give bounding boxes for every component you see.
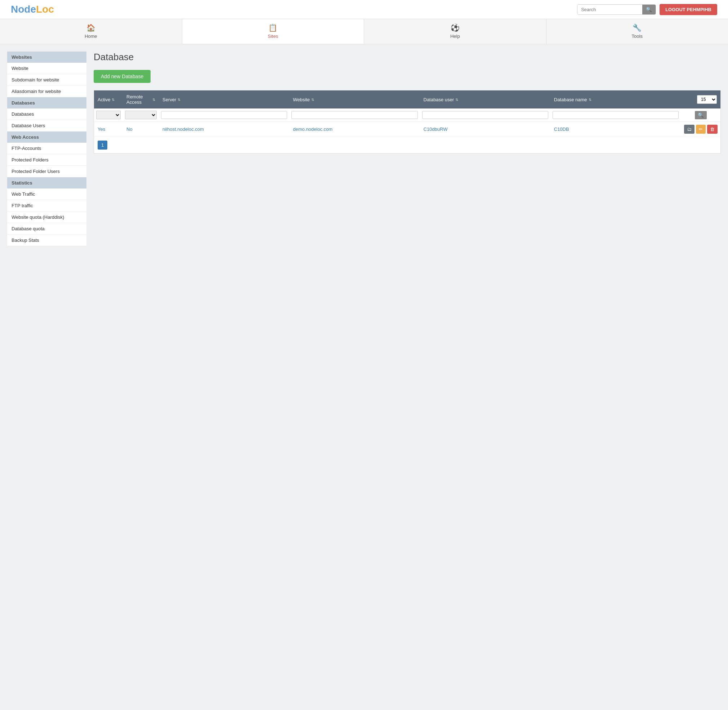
sidebar-section-databases: Databases: [7, 97, 86, 109]
filter-dbname-cell: [551, 111, 681, 119]
sidebar-item-database-quota[interactable]: Database quota: [7, 223, 86, 235]
sidebar-item-website-quota[interactable]: Website quota (Harddisk): [7, 211, 86, 223]
search-box: 🔍: [577, 4, 656, 15]
filter-search-icon: 🔍: [698, 113, 704, 118]
copy-button[interactable]: 🗂: [684, 125, 694, 134]
logout-button[interactable]: LOGOUT РEНМРIHB: [659, 4, 717, 15]
pagination: 1: [94, 137, 721, 153]
filter-row: Yes No Yes No: [94, 109, 721, 122]
cell-actions: 🗂 ✏ 🗑: [681, 125, 721, 134]
delete-button[interactable]: 🗑: [707, 125, 718, 134]
database-table: Active ⇅ Remote Access ⇅ Server ⇅ Websit…: [94, 90, 721, 154]
active-link[interactable]: Yes: [98, 126, 105, 132]
sidebar-item-backup-stats[interactable]: Backup Stats: [7, 235, 86, 246]
website-link[interactable]: demo.nodeloc.com: [293, 126, 333, 132]
th-database-user: Database user ⇅: [420, 93, 551, 106]
logo: NodeLoc: [11, 4, 54, 15]
cell-server: niihost.nodeloc.com: [159, 126, 289, 132]
filter-dbname[interactable]: [552, 111, 679, 119]
dbname-link[interactable]: C10DB: [554, 126, 569, 132]
sidebar-item-website[interactable]: Website: [7, 63, 86, 74]
filter-active-cell: Yes No: [94, 111, 123, 119]
dbuser-link[interactable]: C10dbuRW: [423, 126, 448, 132]
tab-sites-label: Sites: [268, 34, 278, 39]
main-layout: Websites Website Subdomain for website A…: [0, 44, 728, 707]
tab-home[interactable]: 🏠 Home: [0, 19, 182, 44]
tab-tools-label: Tools: [632, 34, 643, 39]
table-header: Active ⇅ Remote Access ⇅ Server ⇅ Websit…: [94, 91, 721, 109]
edit-button[interactable]: ✏: [696, 125, 706, 134]
table-row: Yes No niihost.nodeloc.com demo.nodeloc.…: [94, 122, 721, 137]
sidebar-section-websites: Websites: [7, 51, 86, 63]
cell-active: Yes: [94, 126, 123, 132]
cell-remote: No: [123, 126, 159, 132]
sort-dbname-icon: ⇅: [589, 98, 592, 102]
sites-icon: 📋: [268, 23, 277, 32]
remote-link[interactable]: No: [126, 126, 133, 132]
sidebar-item-web-traffic[interactable]: Web Traffic: [7, 188, 86, 200]
filter-website-cell: [289, 111, 420, 119]
th-website: Website ⇅: [289, 93, 420, 106]
filter-website[interactable]: [291, 111, 417, 119]
sidebar-section-statistics: Statistics: [7, 178, 86, 188]
sidebar-item-ftp-traffic[interactable]: FTP traffic: [7, 200, 86, 211]
sort-server-icon: ⇅: [177, 98, 180, 102]
th-database-name: Database name ⇅: [551, 93, 681, 106]
tab-tools[interactable]: 🔧 Tools: [546, 19, 728, 44]
page-title: Database: [94, 51, 721, 63]
sort-website-icon: ⇅: [311, 98, 314, 102]
header-right: 🔍 LOGOUT РEНМРIHB: [577, 4, 717, 15]
logo-loc: Loc: [36, 4, 54, 15]
sidebar-section-web-access: Web Access: [7, 132, 86, 143]
per-page-select[interactable]: 15 25 50 100: [697, 95, 717, 104]
sidebar: Websites Website Subdomain for website A…: [7, 51, 86, 700]
filter-remote[interactable]: Yes No: [125, 111, 157, 119]
filter-search-button[interactable]: 🔍: [695, 111, 707, 119]
nav-tabs: 🏠 Home 📋 Sites ⚽ Help 🔧 Tools: [0, 19, 728, 44]
sidebar-item-protected-folders[interactable]: Protected Folders: [7, 154, 86, 166]
tab-sites[interactable]: 📋 Sites: [182, 19, 365, 44]
search-icon: 🔍: [646, 7, 652, 12]
header: NodeLoc 🔍 LOGOUT РEНМРIHB: [0, 0, 728, 19]
filter-active[interactable]: Yes No: [96, 111, 121, 119]
add-database-button[interactable]: Add new Database: [94, 70, 151, 83]
content: Database Add new Database Active ⇅ Remot…: [94, 51, 721, 700]
logo-node: Node: [11, 4, 36, 15]
edit-icon: ✏: [699, 126, 703, 132]
help-icon: ⚽: [451, 23, 460, 32]
sort-remote-icon: ⇅: [152, 98, 155, 102]
filter-server[interactable]: [161, 111, 287, 119]
search-button[interactable]: 🔍: [642, 5, 656, 15]
th-server: Server ⇅: [159, 93, 289, 106]
server-link[interactable]: niihost.nodeloc.com: [163, 126, 204, 132]
sidebar-item-database-users[interactable]: Database Users: [7, 120, 86, 132]
tab-help-label: Help: [450, 34, 460, 39]
search-input[interactable]: [577, 5, 642, 15]
tab-home-label: Home: [85, 34, 97, 39]
cell-dbname: C10DB: [551, 126, 681, 132]
page-1-button[interactable]: 1: [98, 141, 107, 150]
tools-icon: 🔧: [633, 23, 642, 32]
th-active: Active ⇅: [94, 93, 123, 106]
th-actions: 15 25 50 100: [681, 91, 721, 107]
filter-dbuser[interactable]: [422, 111, 548, 119]
sidebar-item-subdomain[interactable]: Subdomain for website: [7, 74, 86, 86]
tab-help[interactable]: ⚽ Help: [364, 19, 546, 44]
footer: powered by ISPConfig: [0, 707, 728, 710]
filter-search-cell: 🔍: [681, 111, 721, 119]
cell-dbuser: C10dbuRW: [420, 126, 551, 132]
filter-server-cell: [159, 111, 289, 119]
sidebar-item-protected-folder-users[interactable]: Protected Folder Users: [7, 166, 86, 178]
trash-icon: 🗑: [710, 126, 715, 132]
filter-dbuser-cell: [420, 111, 551, 119]
sort-dbuser-icon: ⇅: [455, 98, 458, 102]
th-remote-access: Remote Access ⇅: [123, 91, 159, 109]
sidebar-item-ftp-accounts[interactable]: FTP-Accounts: [7, 143, 86, 154]
sidebar-item-aliasdomain[interactable]: Aliasdomain for website: [7, 86, 86, 97]
cell-website: demo.nodeloc.com: [289, 126, 420, 132]
filter-remote-cell: Yes No: [123, 111, 159, 119]
sidebar-item-databases[interactable]: Databases: [7, 109, 86, 120]
home-icon: 🏠: [86, 23, 95, 32]
copy-icon: 🗂: [687, 126, 691, 132]
sort-active-icon: ⇅: [112, 98, 114, 102]
